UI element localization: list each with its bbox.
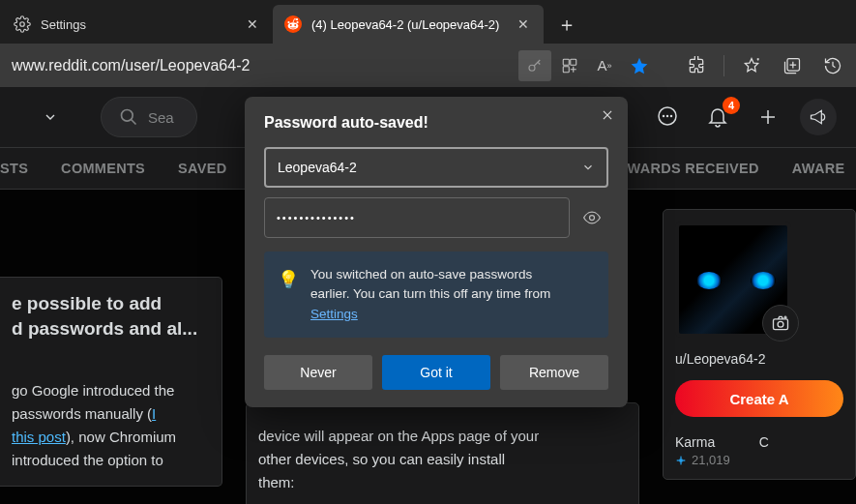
username-value: Leopeva64-2: [278, 160, 357, 175]
create-post-icon[interactable]: [750, 99, 786, 135]
post-body: device will appear on the Apps page of y…: [258, 425, 627, 494]
popup-title: Password auto-saved!: [264, 114, 608, 132]
new-tab-button[interactable]: ＋: [549, 7, 584, 42]
favorites-icon[interactable]: [734, 48, 769, 83]
tab-awards-received[interactable]: WARDS RECEIVED: [627, 161, 758, 176]
tab-reddit-profile[interactable]: (4) Leopeva64-2 (u/Leopeva64-2) ✕: [273, 5, 544, 44]
history-icon[interactable]: [815, 48, 850, 83]
mid-post-card[interactable]: device will appear on the Apps page of y…: [246, 402, 639, 504]
avatar-wrap: [675, 222, 791, 338]
search-box[interactable]: Sea: [101, 97, 197, 137]
svg-rect-9: [563, 59, 569, 65]
tab-posts[interactable]: STS: [0, 161, 28, 176]
search-placeholder: Sea: [148, 109, 174, 126]
tab-title: Settings: [41, 17, 234, 32]
svg-rect-15: [774, 319, 788, 330]
address-bar-row: A»: [0, 44, 856, 87]
favorite-star-icon[interactable]: [623, 50, 656, 81]
address-bar-icons: A»: [518, 50, 660, 81]
page-dropdown[interactable]: [19, 102, 81, 133]
gear-icon: [14, 15, 31, 33]
inline-link[interactable]: this post: [12, 429, 66, 445]
tab-saved[interactable]: SAVED: [178, 161, 226, 176]
tab-title: (4) Leopeva64-2 (u/Leopeva64-2): [311, 17, 505, 32]
svg-point-8: [529, 65, 535, 71]
svg-point-4: [294, 24, 296, 26]
reddit-icon: [284, 15, 302, 33]
password-field[interactable]: ••••••••••••••: [264, 197, 570, 238]
toolbar-right: [679, 48, 850, 83]
svg-rect-11: [563, 66, 569, 72]
got-it-button[interactable]: Got it: [382, 355, 490, 390]
collections-icon[interactable]: [553, 50, 586, 81]
never-button[interactable]: Never: [264, 355, 372, 390]
password-autosave-popup: Password auto-saved! Leopeva64-2 •••••••…: [245, 97, 628, 407]
tab-comments[interactable]: COMMENTS: [61, 161, 145, 176]
key-icon[interactable]: [518, 50, 551, 81]
username-label: u/Leopeva64-2: [675, 351, 843, 367]
camera-icon[interactable]: [762, 305, 799, 341]
megaphone-icon[interactable]: [800, 99, 837, 135]
inline-link[interactable]: I: [152, 405, 156, 422]
chat-icon[interactable]: [649, 99, 686, 135]
read-aloud-icon[interactable]: A»: [588, 50, 621, 81]
post-title: e possible to add d passwords and al...: [12, 291, 210, 341]
settings-link[interactable]: Settings: [310, 307, 358, 321]
notification-badge: 4: [723, 97, 740, 114]
karma-label: Karma: [675, 434, 730, 450]
reveal-password-icon[interactable]: [576, 208, 608, 227]
info-box: 💡 You switched on auto-save passwords ea…: [264, 252, 608, 338]
collections-toolbar-icon[interactable]: [775, 48, 810, 83]
svg-rect-10: [571, 59, 576, 65]
svg-point-13: [122, 110, 133, 122]
close-icon[interactable]: ✕: [515, 15, 532, 33]
cake-label: C: [759, 434, 769, 450]
username-select[interactable]: Leopeva64-2: [264, 147, 608, 188]
browser-tab-bar: Settings ✕ (4) Leopeva64-2 (u/Leopeva64-…: [0, 0, 856, 44]
profile-card: u/Leopeva64-2 Create A Karma 21,019 C: [663, 209, 856, 480]
svg-point-3: [290, 24, 292, 26]
svg-point-0: [20, 22, 25, 27]
search-icon: [119, 107, 138, 127]
svg-point-6: [287, 21, 289, 23]
karma-value: 21,019: [675, 453, 730, 467]
tab-settings[interactable]: Settings ✕: [2, 5, 273, 44]
password-mask: ••••••••••••••: [277, 212, 356, 223]
tab-awards-given[interactable]: AWARE: [792, 161, 845, 176]
post-body: go Google introduced the passwords manua…: [12, 379, 210, 472]
address-input[interactable]: [6, 57, 515, 74]
close-icon[interactable]: ✕: [244, 15, 261, 33]
separator: [723, 55, 724, 76]
svg-point-16: [778, 321, 783, 327]
create-avatar-button[interactable]: Create A: [675, 380, 843, 417]
remove-button[interactable]: Remove: [500, 355, 608, 390]
notifications-icon[interactable]: 4: [699, 99, 736, 135]
lightbulb-icon: 💡: [278, 267, 299, 324]
svg-point-5: [296, 21, 298, 23]
svg-point-7: [296, 18, 298, 20]
extensions-icon[interactable]: [679, 48, 714, 83]
close-icon[interactable]: [601, 108, 614, 122]
svg-point-18: [590, 216, 595, 221]
chevron-down-icon: [581, 161, 595, 174]
left-post-card[interactable]: e possible to add d passwords and al... …: [0, 277, 222, 487]
